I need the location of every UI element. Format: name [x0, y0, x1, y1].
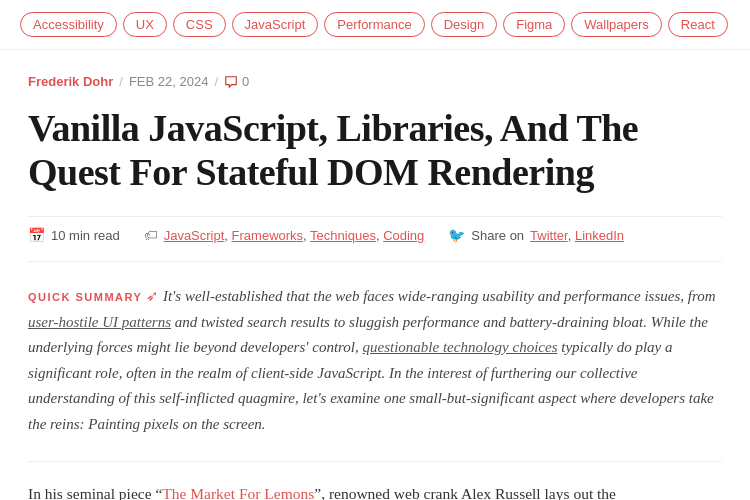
article-container: Frederik Dohr / FEB 22, 2024 / 0 Vanilla…	[0, 50, 750, 500]
read-time-item: 📅 10 min read	[28, 227, 120, 243]
share-link-linkedin[interactable]: LinkedIn	[575, 228, 624, 243]
comment-count-wrap: 0	[224, 74, 249, 89]
read-time: 10 min read	[51, 228, 120, 243]
share-links-list: Twitter, LinkedIn	[530, 228, 624, 243]
tag-pill-design[interactable]: Design	[431, 12, 497, 37]
tag-pill-react[interactable]: React	[668, 12, 728, 37]
share-link-twitter[interactable]: Twitter	[530, 228, 568, 243]
tags-list: JavaScript, Frameworks, Techniques, Codi…	[164, 228, 425, 243]
arrow-icon: ➶	[146, 288, 163, 304]
tag-pill-accessibility[interactable]: Accessibility	[20, 12, 117, 37]
link-user-hostile[interactable]: user-hostile UI patterns	[28, 314, 171, 330]
body-text: In his seminal piece “The Market For Lem…	[28, 480, 722, 500]
separator-2: /	[214, 74, 218, 89]
body-text-after-link: ”, renowned web crank Alex Russell lays …	[314, 485, 616, 500]
quick-summary: Quick Summary ➶ It's well-established th…	[28, 284, 722, 437]
separator-1: /	[119, 74, 123, 89]
market-for-lemons-link[interactable]: The Market For Lemons	[162, 485, 314, 500]
quick-summary-text-1: It's well-established that the web faces…	[163, 288, 716, 304]
tag-pill-wallpapers[interactable]: Wallpapers	[571, 12, 662, 37]
share-label: Share on	[471, 228, 524, 243]
author-line: Frederik Dohr / FEB 22, 2024 / 0	[28, 74, 722, 89]
tag-pill-performance[interactable]: Performance	[324, 12, 424, 37]
body-text-before-link: In his seminal piece “	[28, 485, 162, 500]
article-tag-frameworks[interactable]: Frameworks	[232, 228, 304, 243]
article-tag-techniques[interactable]: Techniques	[310, 228, 376, 243]
tag-icon: 🏷	[144, 227, 158, 243]
share-links: 🐦 Share on Twitter, LinkedIn	[448, 227, 624, 243]
author-link[interactable]: Frederik Dohr	[28, 74, 113, 89]
comment-icon	[224, 75, 238, 89]
tag-pill-javascript[interactable]: JavaScript	[232, 12, 319, 37]
article-tag-coding[interactable]: Coding	[383, 228, 424, 243]
comment-count: 0	[242, 74, 249, 89]
tag-pill-css[interactable]: CSS	[173, 12, 226, 37]
tag-pill-ux[interactable]: UX	[123, 12, 167, 37]
tag-pill-figma[interactable]: Figma	[503, 12, 565, 37]
article-tag-javascript[interactable]: JavaScript	[164, 228, 225, 243]
quick-summary-label: Quick Summary	[28, 291, 142, 303]
meta-bar: 📅 10 min read 🏷 JavaScript, Frameworks, …	[28, 216, 722, 262]
clock-icon: 📅	[28, 227, 45, 243]
link-questionable-tech[interactable]: questionable technology choices	[363, 339, 558, 355]
content-divider	[28, 461, 722, 462]
share-icon: 🐦	[448, 227, 465, 243]
publish-date: FEB 22, 2024	[129, 74, 209, 89]
article-title: Vanilla JavaScript, Libraries, And The Q…	[28, 107, 722, 194]
article-tags: 🏷 JavaScript, Frameworks, Techniques, Co…	[144, 227, 425, 243]
tags-navigation: AccessibilityUXCSSJavaScriptPerformanceD…	[0, 0, 750, 50]
